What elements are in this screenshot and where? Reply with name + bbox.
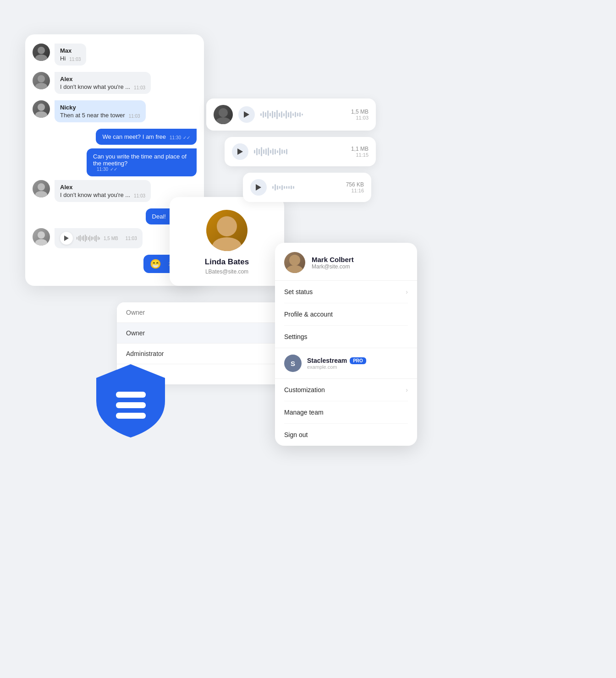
svg-marker-10 xyxy=(64,235,69,241)
bubble-alex-1: Alex I don't know what you're ... 11:03 xyxy=(55,72,151,94)
audio-time-1: 11:03 xyxy=(351,115,368,120)
audio-meta-3: 756 KB 11:16 xyxy=(346,181,364,193)
bubble-sent-1: We can meet? I am free 11:30 ✓✓ xyxy=(96,129,197,145)
account-header: Mark Colbert Mark@site.com xyxy=(275,243,417,281)
menu-label-profile-account: Profile & account xyxy=(284,311,333,318)
svg-marker-13 xyxy=(244,111,249,118)
msg-time-nicky: 11:03 xyxy=(129,114,140,119)
bubble-nicky: Nicky Then at 5 near the tower 11:03 xyxy=(55,100,146,122)
svg-point-1 xyxy=(35,55,47,61)
chat-message-nicky: Nicky Then at 5 near the tower 11:03 xyxy=(33,100,197,122)
svg-rect-18 xyxy=(116,392,146,398)
waveform-audio-2 xyxy=(254,147,346,157)
sender-name-max: Max xyxy=(60,47,81,54)
workspace-domain: example.com xyxy=(307,364,366,370)
avatar-max xyxy=(33,44,50,61)
msg-text-sent-2: Can you write the time and place of the … xyxy=(93,153,190,167)
menu-label-settings: Settings xyxy=(284,333,308,340)
avatar-alex-2 xyxy=(33,180,50,197)
chat-message-max-hi: Max Hi 11:03 xyxy=(33,44,197,66)
svg-point-3 xyxy=(35,83,47,89)
svg-point-6 xyxy=(38,183,45,191)
play-button-audio-3[interactable] xyxy=(250,179,267,196)
menu-item-settings[interactable]: Settings xyxy=(275,326,417,348)
play-button-audio-1[interactable] xyxy=(238,106,255,123)
svg-marker-14 xyxy=(237,148,243,155)
waveform-voice-received xyxy=(77,234,100,242)
menu-label-sign-out: Sign out xyxy=(284,431,308,438)
chat-message-alex-1: Alex I don't know what you're ... 11:03 xyxy=(33,72,197,94)
voice-time-received: 11:03 xyxy=(126,236,137,241)
profile-email: LBates@site.com xyxy=(205,268,248,275)
svg-point-8 xyxy=(38,231,45,239)
profile-card: Linda Bates LBates@site.com xyxy=(170,197,284,286)
workspace-info: Staclestream PRO example.com xyxy=(307,357,366,370)
play-button-audio-2[interactable] xyxy=(232,143,248,160)
role-input[interactable] xyxy=(117,302,291,323)
sender-name-nicky: Nicky xyxy=(60,104,140,111)
svg-point-5 xyxy=(35,111,47,118)
chat-message-sent-2: Can you write the time and place of the … xyxy=(33,148,197,176)
profile-avatar xyxy=(206,210,248,251)
msg-time-sent-2: 11:30 xyxy=(97,167,108,172)
svg-point-2 xyxy=(38,75,45,82)
menu-item-manage-team[interactable]: Manage team xyxy=(275,401,417,423)
sender-name-alex-2: Alex xyxy=(60,184,145,191)
menu-label-set-status: Set status xyxy=(284,288,313,295)
audio-card-1: 1,5 MB 11:03 xyxy=(206,98,376,131)
svg-marker-15 xyxy=(256,184,261,191)
audio-size-2: 1,1 MB xyxy=(351,146,368,152)
play-button-voice[interactable] xyxy=(60,232,73,245)
svg-point-9 xyxy=(35,239,47,246)
account-name: Mark Colbert xyxy=(312,256,354,263)
svg-point-0 xyxy=(38,47,45,54)
msg-time-alex-2: 11:03 xyxy=(134,193,145,198)
msg-text-alex-2: I don't know what you're ... xyxy=(60,191,130,198)
msg-time-sent-1: 11:30 xyxy=(170,135,181,140)
shield-logo xyxy=(94,362,167,440)
profile-name: Linda Bates xyxy=(205,257,249,267)
svg-point-21 xyxy=(289,255,300,266)
role-option-owner[interactable]: Owner xyxy=(117,323,291,343)
pro-badge: PRO xyxy=(350,357,366,364)
audio-avatar-1 xyxy=(214,105,233,124)
emoji-icon: 😁 xyxy=(150,258,161,269)
svg-rect-20 xyxy=(116,413,146,419)
workspace-name: Staclestream xyxy=(307,357,347,364)
menu-label-manage-team: Manage team xyxy=(284,409,324,416)
msg-text-max-hi: Hi xyxy=(60,55,66,62)
msg-text-sent-1: We can meet? I am free xyxy=(102,133,166,140)
msg-text-nicky: Then at 5 near the tower xyxy=(60,112,125,119)
menu-item-set-status[interactable]: Set status › xyxy=(275,281,417,303)
role-option-administrator[interactable]: Administrator xyxy=(117,344,291,364)
bubble-alex-2: Alex I don't know what you're ... 11:03 xyxy=(55,180,151,202)
svg-point-17 xyxy=(212,237,242,251)
account-menu: Mark Colbert Mark@site.com Set status › … xyxy=(275,243,417,446)
bubble-voice-received: 1,5 MB 11:03 xyxy=(55,228,143,248)
msg-time-max-hi: 11:03 xyxy=(69,57,81,62)
audio-time-2: 11:15 xyxy=(351,152,368,158)
menu-item-profile-account[interactable]: Profile & account xyxy=(275,303,417,325)
avatar-voice xyxy=(33,228,50,246)
account-info: Mark Colbert Mark@site.com xyxy=(312,256,354,270)
check-icon-sent-1: ✓✓ xyxy=(183,135,190,140)
audio-size-3: 756 KB xyxy=(346,181,364,188)
sender-name-alex-1: Alex xyxy=(60,76,145,82)
menu-item-customization[interactable]: Customization › xyxy=(275,379,417,401)
audio-time-3: 11:16 xyxy=(346,188,364,193)
chevron-set-status: › xyxy=(406,288,408,295)
voice-size-received: 1,5 MB xyxy=(104,236,118,241)
audio-card-3: 756 KB 11:16 xyxy=(243,173,371,202)
bubble-sent-2: Can you write the time and place of the … xyxy=(87,148,197,176)
svg-point-7 xyxy=(35,191,47,197)
chat-message-alex-2: Alex I don't know what you're ... 11:03 xyxy=(33,180,197,202)
svg-point-12 xyxy=(216,117,231,124)
chevron-customization: › xyxy=(406,386,408,394)
audio-card-2: 1,1 MB 11:15 xyxy=(225,137,376,166)
avatar-alex-1 xyxy=(33,72,50,89)
bubble-max-hi: Max Hi 11:03 xyxy=(55,44,86,66)
msg-text-deal: Deal! xyxy=(152,213,166,220)
avatar-nicky xyxy=(33,100,50,118)
waveform-audio-3 xyxy=(272,182,341,192)
menu-item-sign-out[interactable]: Sign out xyxy=(275,424,417,446)
